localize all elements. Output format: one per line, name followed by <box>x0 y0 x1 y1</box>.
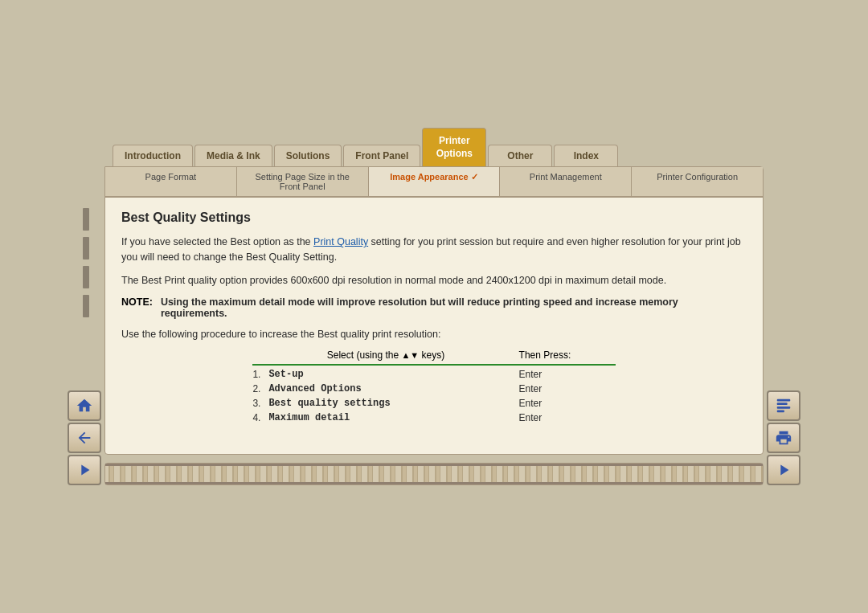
subtab-setting-page-size[interactable]: Setting Page Size in theFront Panel <box>237 167 369 196</box>
index-button[interactable] <box>767 390 800 421</box>
step-3-press: Enter <box>519 398 616 409</box>
step-1-press: Enter <box>519 369 616 380</box>
steps-header-row: Select (using the ▲▼ keys) Then Press: <box>252 349 615 366</box>
step-4-press: Enter <box>519 412 616 423</box>
bottom-area <box>104 463 764 485</box>
svg-rect-1 <box>777 403 788 405</box>
bookmarks-area <box>80 134 89 390</box>
page-title: Best Quality Settings <box>121 210 747 225</box>
back-button[interactable] <box>68 423 101 453</box>
steps-table: Select (using the ▲▼ keys) Then Press: 1… <box>252 349 615 425</box>
table-row: 1. Set-up Enter <box>252 367 615 382</box>
main-layout: Introduction Media & Ink Solutions Front… <box>64 128 804 484</box>
subtab-page-format[interactable]: Page Format <box>105 167 237 196</box>
tab-printer-options[interactable]: PrinterOptions <box>422 128 486 166</box>
subtab-print-management[interactable]: Print Management <box>500 167 632 196</box>
step-2-press: Enter <box>519 383 616 394</box>
bookmark-3 <box>83 266 89 288</box>
step-3-cmd: Best quality settings <box>268 398 518 409</box>
print-button[interactable] <box>767 423 800 453</box>
svg-rect-0 <box>777 398 791 401</box>
then-press-header: Then Press: <box>519 349 616 361</box>
note-text: Using the maximum detail mode will impro… <box>161 296 747 319</box>
table-row: 2. Advanced Options Enter <box>252 382 615 396</box>
tab-bar: Introduction Media & Ink Solutions Front… <box>104 128 764 166</box>
right-panel <box>764 128 804 484</box>
bookmark-4 <box>83 295 89 317</box>
svg-rect-3 <box>777 410 784 412</box>
bookmark-1 <box>83 208 89 231</box>
note-label: NOTE: <box>121 296 153 319</box>
spiral-bar <box>104 463 764 485</box>
subtab-bar: Page Format Setting Page Size in theFron… <box>105 167 763 198</box>
svg-rect-2 <box>777 407 791 409</box>
home-button[interactable] <box>68 390 101 421</box>
tab-solutions[interactable]: Solutions <box>274 145 342 166</box>
table-row: 4. Maximum detail Enter <box>252 411 615 425</box>
paragraph-2: The Best Print quality option provides 6… <box>121 273 747 288</box>
left-panel <box>64 128 104 484</box>
forward-left-button[interactable] <box>68 455 101 485</box>
print-quality-link[interactable]: Print Quality <box>313 236 368 247</box>
tab-front-panel[interactable]: Front Panel <box>343 145 420 166</box>
step-2-cmd: Advanced Options <box>268 383 518 394</box>
tab-other[interactable]: Other <box>488 145 552 166</box>
tab-introduction[interactable]: Introduction <box>113 145 193 166</box>
tab-media-ink[interactable]: Media & Ink <box>194 145 272 166</box>
forward-right-button[interactable] <box>767 455 800 485</box>
paragraph-1: If you have selected the Best option as … <box>121 235 747 265</box>
procedure-text: Use the following procedure to increase … <box>121 329 747 340</box>
table-row: 3. Best quality settings Enter <box>252 396 615 411</box>
left-nav-buttons <box>68 390 101 485</box>
note-block: NOTE: Using the maximum detail mode will… <box>121 296 747 319</box>
subtab-image-appearance[interactable]: Image Appearance <box>369 167 501 196</box>
tab-index[interactable]: Index <box>554 145 618 166</box>
subtab-printer-configuration[interactable]: Printer Configuration <box>632 167 763 196</box>
center-panel: Introduction Media & Ink Solutions Front… <box>104 128 764 484</box>
page-content: Best Quality Settings If you have select… <box>105 198 763 453</box>
select-header: Select (using the ▲▼ keys) <box>252 349 518 361</box>
content-area: Page Format Setting Page Size in theFron… <box>104 166 764 454</box>
right-nav-buttons <box>767 390 800 485</box>
step-4-cmd: Maximum detail <box>268 412 518 423</box>
bookmark-2 <box>83 237 89 260</box>
step-1-cmd: Set-up <box>268 369 518 380</box>
